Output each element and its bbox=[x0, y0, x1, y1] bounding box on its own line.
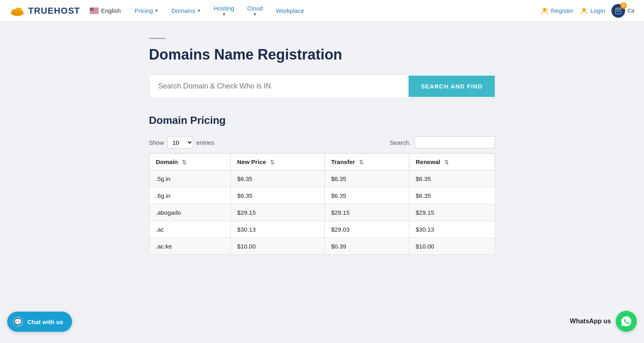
svg-point-19 bbox=[90, 9, 91, 10]
logo-link[interactable]: TRUEHOST bbox=[10, 3, 80, 18]
col-renewal[interactable]: Renewal ⇅ bbox=[409, 154, 495, 170]
svg-point-24 bbox=[91, 10, 92, 10]
table-controls: Show 10 25 50 100 entries Search: bbox=[149, 136, 495, 148]
nav-item-hosting[interactable]: Hosting ▼ bbox=[207, 0, 241, 22]
entries-label: entries bbox=[196, 139, 215, 146]
language-label: English bbox=[101, 7, 121, 14]
cell-renewal: $6.35 bbox=[409, 170, 495, 187]
svg-point-26 bbox=[543, 8, 546, 11]
hosting-label: Hosting bbox=[214, 5, 234, 12]
svg-point-15 bbox=[93, 8, 93, 8]
entries-select[interactable]: 10 25 50 100 bbox=[167, 137, 193, 148]
cart-icon bbox=[615, 7, 622, 14]
col-transfer[interactable]: Transfer ⇅ bbox=[324, 154, 409, 170]
svg-rect-10 bbox=[90, 13, 99, 13]
table-row: .5g.in$6.35$6.35$6.35 bbox=[149, 170, 495, 187]
show-entries-control: Show 10 25 50 100 entries bbox=[149, 137, 215, 148]
svg-point-3 bbox=[12, 11, 23, 16]
login-label: Login bbox=[590, 7, 605, 14]
cell-domain: .5g.in bbox=[149, 170, 231, 187]
show-label: Show bbox=[149, 139, 164, 146]
cart-label: Ca bbox=[627, 8, 634, 14]
col-domain[interactable]: Domain ⇅ bbox=[149, 154, 231, 170]
table-row: .6g.in$6.35$6.35$6.35 bbox=[149, 187, 495, 204]
svg-point-17 bbox=[91, 8, 92, 9]
sort-newprice-icon: ⇅ bbox=[270, 159, 275, 165]
svg-rect-9 bbox=[90, 12, 99, 12]
domains-chevron: ▼ bbox=[197, 8, 201, 13]
svg-text:+: + bbox=[546, 7, 548, 11]
login-button[interactable]: Login bbox=[580, 7, 605, 15]
cell-renewal: $6.35 bbox=[409, 187, 495, 204]
svg-point-25 bbox=[92, 10, 93, 10]
nav-right: + Register Login 0 Ca bbox=[541, 4, 634, 18]
cell-renewal: $30.13 bbox=[409, 221, 495, 238]
nav-item-domains[interactable]: Domains ▼ bbox=[165, 0, 207, 22]
nav-item-cloud[interactable]: Cloud ▼ bbox=[241, 0, 269, 22]
nav-menu: Pricing ▼ Domains ▼ Hosting ▼ Cloud ▼ Wo… bbox=[128, 0, 541, 22]
svg-point-14 bbox=[92, 8, 92, 8]
cell-renewal: $29.15 bbox=[409, 204, 495, 221]
svg-point-12 bbox=[90, 8, 91, 8]
cell-transfer: $0.39 bbox=[324, 238, 409, 255]
cell-domain: .6g.in bbox=[149, 187, 231, 204]
login-icon bbox=[580, 7, 588, 15]
page-content: Domains Name Registration SEARCH AND FIN… bbox=[141, 22, 503, 279]
register-button[interactable]: + Register bbox=[541, 7, 574, 15]
domain-pricing-table: Domain ⇅ New Price ⇅ Transfer ⇅ Renewal … bbox=[149, 153, 495, 255]
nav-item-pricing[interactable]: Pricing ▼ bbox=[128, 0, 165, 22]
cloud-chevron: ▼ bbox=[253, 12, 257, 17]
page-divider bbox=[149, 38, 165, 39]
logo-icon bbox=[10, 3, 25, 18]
search-label: Search: bbox=[390, 139, 411, 146]
cell-new_price: $6.35 bbox=[231, 187, 324, 204]
sort-domain-icon: ⇅ bbox=[182, 159, 186, 165]
col-new-price[interactable]: New Price ⇅ bbox=[231, 154, 324, 170]
svg-point-16 bbox=[91, 8, 91, 9]
table-search-control: Search: bbox=[390, 136, 495, 148]
cart-button[interactable]: 0 bbox=[611, 4, 625, 18]
cell-new_price: $30.13 bbox=[231, 221, 324, 238]
col-domain-label: Domain bbox=[156, 158, 178, 165]
pricing-chevron: ▼ bbox=[155, 8, 159, 13]
cell-new_price: $29.15 bbox=[231, 204, 324, 221]
cell-transfer: $6.35 bbox=[324, 187, 409, 204]
cell-new_price: $10.00 bbox=[231, 238, 324, 255]
col-renewal-label: Renewal bbox=[416, 158, 440, 165]
cell-domain: .abogado bbox=[149, 204, 231, 221]
language-selector[interactable]: English bbox=[90, 7, 121, 14]
cell-domain: .ac.ke bbox=[149, 238, 231, 255]
page-title: Domains Name Registration bbox=[149, 46, 495, 63]
svg-point-20 bbox=[91, 9, 91, 10]
domain-search-input[interactable] bbox=[149, 75, 409, 98]
svg-rect-8 bbox=[90, 11, 99, 11]
search-and-find-button[interactable]: SEARCH AND FIND bbox=[409, 76, 495, 97]
sort-renewal-icon: ⇅ bbox=[444, 159, 449, 165]
table-row: .ac$30.13$29.03$30.13 bbox=[149, 221, 495, 238]
table-header: Domain ⇅ New Price ⇅ Transfer ⇅ Renewal … bbox=[149, 154, 495, 170]
workplace-label: Workplace bbox=[276, 7, 304, 14]
cell-new_price: $6.35 bbox=[231, 170, 324, 187]
cart-container[interactable]: 0 Ca bbox=[611, 4, 634, 18]
svg-point-23 bbox=[91, 10, 91, 10]
flag-icon bbox=[90, 8, 99, 14]
pricing-section-title: Domain Pricing bbox=[149, 114, 495, 127]
cell-renewal: $10.00 bbox=[409, 238, 495, 255]
col-transfer-label: Transfer bbox=[331, 158, 355, 165]
cell-transfer: $29.15 bbox=[324, 204, 409, 221]
cell-transfer: $6.35 bbox=[324, 170, 409, 187]
table-search-input[interactable] bbox=[415, 136, 495, 148]
cloud-label: Cloud bbox=[247, 5, 263, 12]
cart-badge: 0 bbox=[620, 2, 627, 9]
table-row: .abogado$29.15$29.15$29.15 bbox=[149, 204, 495, 221]
domains-label: Domains bbox=[171, 7, 195, 14]
hosting-chevron: ▼ bbox=[222, 12, 226, 17]
svg-point-13 bbox=[91, 8, 91, 8]
svg-point-21 bbox=[92, 9, 92, 10]
nav-item-workplace[interactable]: Workplace bbox=[269, 0, 311, 22]
logo-text: TRUEHOST bbox=[28, 6, 80, 16]
svg-point-28 bbox=[582, 8, 586, 11]
navbar: TRUEHOST English bbox=[0, 0, 644, 22]
svg-point-22 bbox=[93, 9, 93, 10]
sort-transfer-icon: ⇅ bbox=[359, 159, 363, 165]
